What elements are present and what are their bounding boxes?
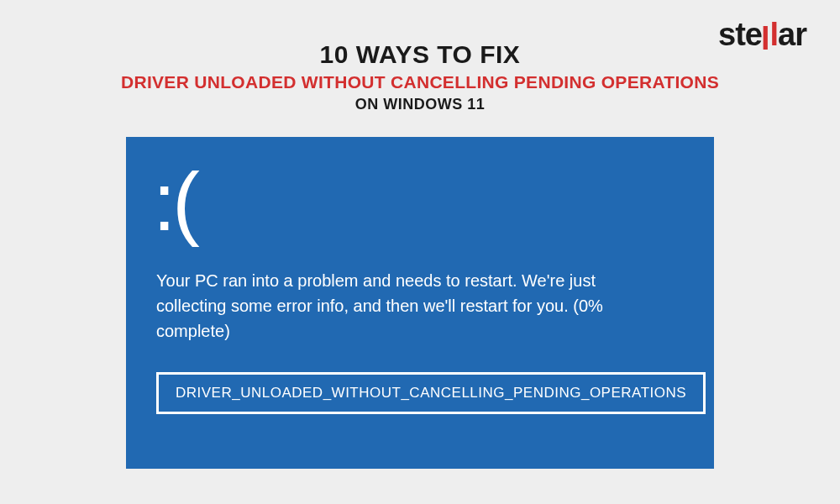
title-line-3: ON WINDOWS 11 <box>0 96 840 113</box>
article-title: 10 WAYS TO FIX DRIVER UNLOADED WITHOUT C… <box>0 0 840 113</box>
title-line-1: 10 WAYS TO FIX <box>0 40 840 69</box>
logo-accent-l1: l <box>762 18 770 55</box>
sad-face-icon: :( <box>153 160 674 243</box>
logo-text-prefix: ste <box>718 17 762 52</box>
bsod-message-text: Your PC ran into a problem and needs to … <box>153 268 657 344</box>
logo-text-suffix: ar <box>778 17 806 52</box>
bsod-screenshot: :( Your PC ran into a problem and needs … <box>126 137 714 469</box>
title-line-2: DRIVER UNLOADED WITHOUT CANCELLING PENDI… <box>0 72 840 92</box>
logo-accent-l2: l <box>770 17 779 52</box>
brand-logo: stellar <box>718 17 806 53</box>
bsod-error-code: DRIVER_UNLOADED_WITHOUT_CANCELLING_PENDI… <box>156 372 706 414</box>
